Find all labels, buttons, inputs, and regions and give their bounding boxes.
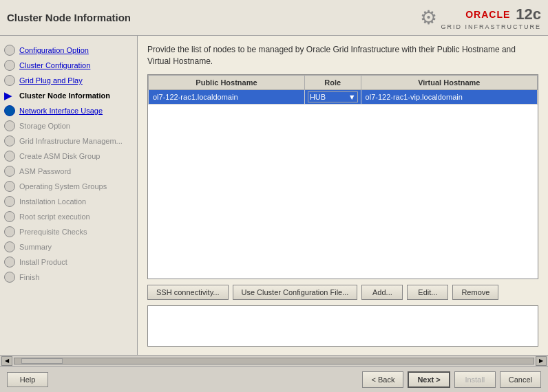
sidebar-item-prerequisite-checks: Prerequisite Checks (0, 224, 137, 239)
sidebar: Configuration Option Cluster Configurati… (0, 36, 138, 355)
dropdown-arrow-icon: ▼ (348, 93, 356, 101)
bullet-create-asm (4, 151, 15, 162)
sidebar-item-root-script-execution: Root script execution (0, 209, 137, 224)
sidebar-item-installation-location: Installation Location (0, 194, 137, 209)
bottom-bar-left: Help (7, 372, 48, 387)
action-buttons: SSH connectivity... Use Cluster Configur… (147, 285, 538, 300)
sidebar-label-asm-password: ASM Password (19, 167, 71, 175)
scroll-track[interactable] (14, 358, 534, 364)
bullet-install-product (4, 257, 15, 268)
ssh-connectivity-button[interactable]: SSH connectivity... (147, 285, 229, 300)
sidebar-item-grid-infrastructure-management: Grid Infrastructure Managem... (0, 133, 137, 149)
cancel-button[interactable]: Cancel (500, 371, 541, 388)
sidebar-label-installation-location: Installation Location (19, 197, 86, 206)
bullet-asm-password (4, 166, 15, 177)
add-button[interactable]: Add... (361, 285, 403, 300)
col-public-hostname: Public Hostname (149, 75, 305, 89)
sidebar-item-asm-password: ASM Password (0, 164, 137, 179)
nodes-table-container: Public Hostname Role Virtual Hostname ol… (147, 74, 538, 279)
bullet-configuration-option (4, 45, 15, 56)
bullet-grid-infrastructure (4, 135, 15, 146)
sidebar-item-install-product: Install Product (0, 254, 137, 270)
sidebar-item-create-asm-disk-group: Create ASM Disk Group (0, 149, 137, 164)
next-button[interactable]: Next > (408, 371, 450, 388)
nodes-table: Public Hostname Role Virtual Hostname ol… (148, 75, 538, 105)
sidebar-item-cluster-configuration[interactable]: Cluster Configuration (0, 58, 137, 73)
oracle-logo: ⚙ ORACLE 12c GRID INFRASTRUCTURE (420, 6, 542, 30)
bullet-os-groups (4, 181, 15, 192)
role-dropdown[interactable]: HUB▼ (308, 91, 358, 102)
sidebar-item-grid-plug-and-play[interactable]: Grid Plug and Play (0, 73, 137, 88)
sidebar-label-create-asm: Create ASM Disk Group (19, 152, 100, 160)
bullet-prerequisite (4, 226, 15, 237)
right-panel: Provide the list of nodes to be managed … (138, 36, 548, 355)
sidebar-label-finish: Finish (19, 273, 39, 281)
bullet-root-script (4, 211, 15, 222)
sidebar-label-storage-option: Storage Option (19, 122, 70, 130)
sidebar-label-root-script: Root script execution (19, 213, 90, 221)
bullet-grid-plug-and-play (4, 75, 15, 86)
sidebar-label-network-interface-usage: Network Interface Usage (19, 107, 103, 115)
sidebar-label-grid-infrastructure: Grid Infrastructure Managem... (19, 137, 123, 145)
table-row[interactable]: ol7-122-rac1.localdomainHUB▼ol7-122-rac1… (149, 89, 538, 104)
oracle-branding: ORACLE 12c GRID INFRASTRUCTURE (441, 6, 542, 30)
bullet-network-interface-usage (4, 105, 15, 116)
help-button[interactable]: Help (7, 372, 48, 387)
bottom-bar: Help < Back Next > Install Cancel (0, 366, 548, 392)
sidebar-item-configuration-option[interactable]: Configuration Option (0, 43, 137, 58)
sidebar-label-grid-plug-and-play: Grid Plug and Play (19, 76, 83, 85)
install-button[interactable]: Install (454, 371, 496, 388)
bullet-finish (4, 272, 15, 283)
scroll-left-button[interactable]: ◀ (1, 356, 12, 366)
main-content: Configuration Option Cluster Configurati… (0, 36, 548, 355)
panel-description: Provide the list of nodes to be managed … (147, 44, 538, 67)
edit-button[interactable]: Edit... (407, 285, 448, 300)
oracle-text: ORACLE (465, 9, 510, 20)
sidebar-item-cluster-node-information: ▶ Cluster Node Information (0, 88, 137, 103)
title-bar: Cluster Node Information ⚙ ORACLE 12c GR… (0, 0, 548, 36)
sidebar-label-cluster-node-information: Cluster Node Information (19, 91, 110, 100)
bullet-summary (4, 241, 15, 252)
sidebar-item-operating-system-groups: Operating System Groups (0, 179, 137, 194)
remove-button[interactable]: Remove (452, 285, 498, 300)
active-arrow-icon: ▶ (4, 90, 15, 101)
scroll-thumb[interactable] (21, 358, 63, 364)
role-cell[interactable]: HUB▼ (304, 89, 361, 104)
col-role: Role (304, 75, 361, 89)
gear-icon: ⚙ (420, 6, 437, 29)
sidebar-item-finish: Finish (0, 270, 137, 285)
sidebar-item-summary: Summary (0, 239, 137, 254)
scroll-right-button[interactable]: ▶ (536, 356, 547, 366)
lower-panel (147, 305, 538, 347)
window-title: Cluster Node Information (7, 12, 131, 23)
bullet-cluster-configuration (4, 60, 15, 71)
sidebar-label-prerequisite: Prerequisite Checks (19, 228, 87, 236)
sidebar-item-storage-option: Storage Option (0, 118, 137, 133)
col-virtual-hostname: Virtual Hostname (361, 75, 537, 89)
virtual-hostname-cell: ol7-122-rac1-vip.localdomain (361, 89, 537, 104)
role-value: HUB (310, 93, 326, 101)
sidebar-item-network-interface-usage[interactable]: Network Interface Usage (0, 103, 137, 118)
bottom-bar-right: < Back Next > Install Cancel (362, 371, 541, 388)
sidebar-label-summary: Summary (19, 243, 52, 251)
public-hostname-cell: ol7-122-rac1.localdomain (149, 89, 305, 104)
oracle-subtitle: GRID INFRASTRUCTURE (441, 23, 542, 30)
sidebar-label-cluster-configuration: Cluster Configuration (19, 61, 90, 69)
back-button[interactable]: < Back (362, 371, 403, 388)
sidebar-label-configuration-option: Configuration Option (19, 46, 89, 54)
bullet-installation-location (4, 196, 15, 207)
oracle-version: 12c (516, 6, 541, 23)
horizontal-scrollbar[interactable]: ◀ ▶ (0, 355, 548, 366)
use-cluster-config-button[interactable]: Use Cluster Configuration File... (233, 285, 358, 300)
bullet-storage-option (4, 120, 15, 131)
sidebar-label-install-product: Install Product (19, 258, 67, 266)
sidebar-label-os-groups: Operating System Groups (19, 182, 107, 190)
